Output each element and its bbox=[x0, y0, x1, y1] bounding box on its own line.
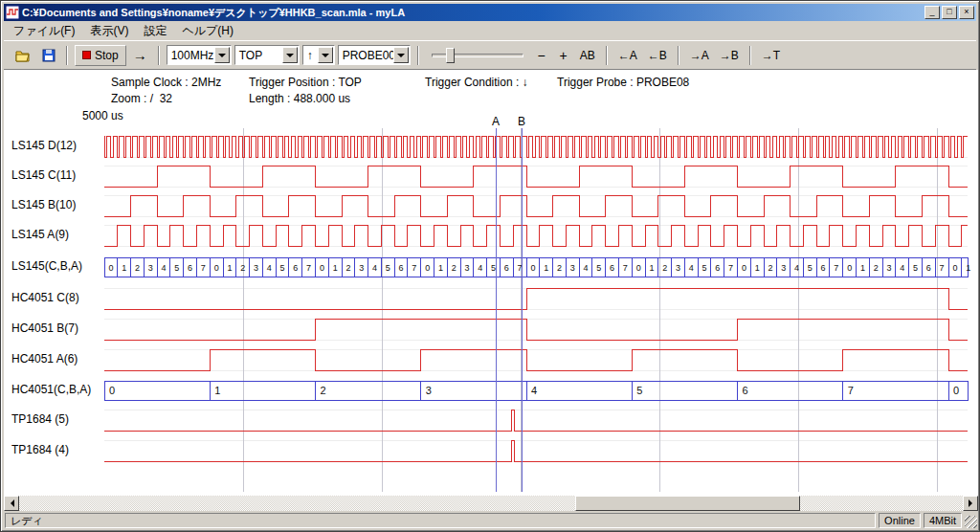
bus-value: 7 bbox=[306, 263, 311, 273]
bus-value: 3 bbox=[570, 263, 575, 273]
trigger-edge-select[interactable]: ↑ bbox=[302, 45, 335, 65]
statusbar: レディ Online 4MBit bbox=[4, 511, 978, 530]
bus-value: 7 bbox=[623, 263, 628, 273]
bus-value: 0 bbox=[636, 263, 641, 273]
bus-value: 1 bbox=[333, 263, 338, 273]
horizontal-scrollbar[interactable] bbox=[4, 496, 978, 511]
zoom-out-button[interactable]: − bbox=[532, 45, 551, 66]
bus-value: 6 bbox=[715, 263, 720, 273]
ab-button[interactable]: AB bbox=[576, 45, 599, 66]
dropdown-arrow-icon[interactable] bbox=[282, 47, 298, 63]
bus-value: 4 bbox=[689, 263, 694, 273]
zoom-slider-thumb[interactable] bbox=[446, 48, 455, 63]
bus-value: 5 bbox=[702, 263, 707, 273]
trigger-position-select[interactable]: TOP bbox=[234, 45, 300, 65]
waveform bbox=[104, 319, 968, 340]
bus-value: 7 bbox=[834, 263, 838, 273]
bus-value: 3 bbox=[254, 263, 258, 273]
bus-value: 1 bbox=[227, 263, 232, 273]
bus-value: 3 bbox=[148, 263, 153, 273]
bus-value: 7 bbox=[940, 263, 945, 273]
open-button[interactable] bbox=[11, 45, 35, 66]
bus-value: 3 bbox=[426, 385, 432, 396]
menu-view[interactable]: 表示(V) bbox=[82, 21, 136, 41]
bus-value: 0 bbox=[530, 263, 535, 273]
bus-value: 4 bbox=[372, 263, 377, 273]
bus-value: 1 bbox=[755, 263, 760, 273]
run-button[interactable]: → bbox=[129, 45, 151, 66]
toolbar-separator bbox=[678, 46, 679, 65]
scrollbar-thumb[interactable] bbox=[575, 496, 800, 511]
goto-a-left-button[interactable]: ←A bbox=[614, 45, 641, 66]
save-button[interactable] bbox=[38, 45, 59, 66]
resize-grip[interactable] bbox=[965, 516, 977, 528]
dropdown-arrow-icon[interactable] bbox=[393, 47, 409, 63]
stop-button[interactable]: Stop bbox=[75, 45, 126, 66]
bus-value: 5 bbox=[913, 263, 918, 273]
status-online: Online bbox=[879, 513, 921, 528]
bus-value: 6 bbox=[504, 263, 509, 273]
menu-settings[interactable]: 設定 bbox=[136, 21, 174, 41]
bus-value: 5 bbox=[280, 263, 285, 273]
left-arrow-icon bbox=[7, 499, 14, 507]
toolbar-separator bbox=[417, 46, 419, 65]
toolbar: Stop → 100MHz TOP ↑ PROBE00 − + AB ←A ←B bbox=[4, 40, 976, 70]
bus-value: 7 bbox=[848, 385, 854, 396]
bus-value: 1 bbox=[860, 263, 865, 273]
bus-value: 4 bbox=[531, 385, 537, 396]
bus-value: 3 bbox=[781, 263, 786, 273]
toolbar-separator bbox=[158, 46, 160, 65]
bus-value: 4 bbox=[478, 263, 482, 273]
scroll-left-button[interactable] bbox=[4, 496, 19, 511]
goto-b-left-button[interactable]: ←B bbox=[644, 45, 671, 66]
menu-help[interactable]: ヘルプ(H) bbox=[174, 21, 241, 41]
waveform bbox=[104, 136, 968, 157]
waveform bbox=[104, 440, 968, 461]
bus-value: 0 bbox=[847, 263, 852, 273]
goto-b-right-button[interactable]: →B bbox=[716, 45, 743, 66]
toolbar-separator bbox=[66, 46, 68, 65]
maximize-button[interactable]: □ bbox=[942, 6, 957, 19]
bus-value: 6 bbox=[610, 263, 614, 273]
bus-value: 5 bbox=[386, 263, 390, 273]
bus-value: 5 bbox=[808, 263, 813, 273]
bus-value: 5 bbox=[174, 263, 179, 273]
bus-value: 1 bbox=[122, 263, 126, 273]
bus-value: 3 bbox=[676, 263, 680, 273]
bus-value: 2 bbox=[135, 263, 140, 273]
waveform-plot[interactable]: 0123456701234567012345670123456701234567… bbox=[4, 70, 978, 496]
close-button[interactable]: × bbox=[959, 6, 974, 19]
bus-value: 2 bbox=[557, 263, 562, 273]
bus-value: 4 bbox=[162, 263, 167, 273]
bus-value: 7 bbox=[412, 263, 416, 273]
bus-value: 4 bbox=[267, 263, 272, 273]
bus-value: 0 bbox=[214, 263, 219, 273]
bus-value: 2 bbox=[874, 263, 879, 273]
window-title: C:¥Documents and Settings¥noname¥デスクトップ¥… bbox=[22, 6, 922, 20]
bus-value: 4 bbox=[794, 263, 799, 273]
sample-clock-select[interactable]: 100MHz bbox=[167, 45, 232, 65]
bus-value: 5 bbox=[596, 263, 601, 273]
bus-value: 5 bbox=[491, 263, 496, 273]
trigger-probe-select[interactable]: PROBE00 bbox=[338, 45, 411, 65]
dropdown-arrow-icon[interactable] bbox=[318, 47, 333, 63]
bus-value: 5 bbox=[636, 385, 642, 396]
waveform bbox=[104, 349, 968, 370]
zoom-in-button[interactable]: + bbox=[554, 45, 573, 66]
bus-value: 6 bbox=[188, 263, 192, 273]
goto-a-right-button[interactable]: →A bbox=[686, 45, 713, 66]
goto-trigger-button[interactable]: →T bbox=[758, 45, 784, 66]
menu-file[interactable]: ファイル(F) bbox=[6, 21, 82, 41]
bus-value: 6 bbox=[293, 263, 298, 273]
dropdown-arrow-icon[interactable] bbox=[214, 47, 230, 63]
bus-value: 0 bbox=[953, 385, 959, 396]
scroll-right-button[interactable] bbox=[963, 496, 978, 511]
zoom-slider[interactable] bbox=[432, 46, 523, 65]
open-folder-icon bbox=[15, 49, 32, 62]
bus-value: 3 bbox=[886, 263, 891, 273]
minimize-button[interactable]: _ bbox=[924, 6, 940, 19]
scrollbar-track[interactable] bbox=[19, 496, 963, 511]
bus-value: 0 bbox=[320, 263, 324, 273]
bus-value: 1 bbox=[966, 263, 970, 273]
bus-value: 2 bbox=[662, 263, 667, 273]
